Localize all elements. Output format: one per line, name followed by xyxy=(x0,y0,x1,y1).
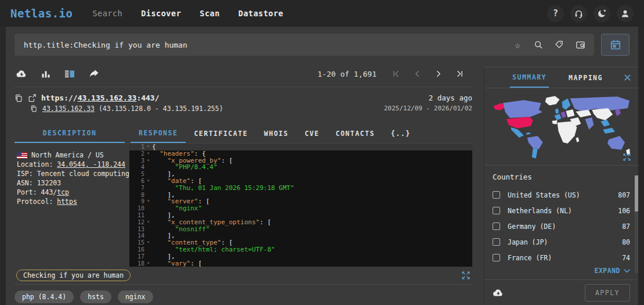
share-icon[interactable] xyxy=(89,69,99,78)
nav-item[interactable]: Datastore xyxy=(238,9,284,18)
code-line: 7 "Thu, 01 Jan 2026 15:29:18 GMT" xyxy=(129,185,472,192)
fold-caret-icon[interactable]: ▾ xyxy=(144,198,152,205)
tag-icon[interactable] xyxy=(549,34,570,56)
fold-caret-icon[interactable]: ▾ xyxy=(144,143,152,150)
fold-caret-icon[interactable] xyxy=(144,212,152,219)
expand-countries-link[interactable]: EXPAND xyxy=(484,265,638,279)
fold-caret-icon[interactable]: ▾ xyxy=(144,219,152,226)
line-number: 10 xyxy=(129,205,144,212)
region-row: North America / US xyxy=(17,150,122,160)
fold-caret-icon[interactable]: ▾ xyxy=(144,260,152,267)
fold-caret-icon[interactable]: ▾ xyxy=(144,178,152,185)
top-nav-bar: Netlas.io SearchDiscoverScanDatastore ? xyxy=(0,0,644,27)
sidebar-tab[interactable]: MAPPING xyxy=(566,67,605,88)
search-row: ☆ xyxy=(6,27,638,61)
download-filters-icon[interactable] xyxy=(493,288,504,297)
account-icon[interactable] xyxy=(617,5,634,22)
report-chart-icon[interactable] xyxy=(41,69,50,78)
result-tab[interactable]: CVE xyxy=(296,124,327,143)
subnet-text: 43.135.162.33 (43.135.128.0 - 43.135.191… xyxy=(42,105,223,113)
fold-caret-icon[interactable] xyxy=(144,226,152,233)
download-results-icon[interactable] xyxy=(16,69,27,78)
scrollbar-thumb[interactable] xyxy=(635,175,638,211)
fold-caret-icon[interactable] xyxy=(144,253,152,260)
next-page-icon[interactable] xyxy=(428,66,449,81)
sidebar-scrollbar[interactable] xyxy=(635,175,638,273)
copy-subnet-icon[interactable] xyxy=(30,105,37,112)
previous-page-icon[interactable] xyxy=(406,66,428,81)
results-toolbar: 1-20 of 1,691 xyxy=(15,61,472,87)
help-icon[interactable]: ? xyxy=(547,5,564,22)
country-filter-row[interactable]: Japan (JP) 80 xyxy=(493,234,630,250)
field-link[interactable]: 34.0544, -118.244 xyxy=(57,160,125,168)
url-ip-link[interactable]: 43.135.162.33 xyxy=(78,94,137,102)
country-filter-row[interactable]: United States (US) 807 xyxy=(493,187,630,203)
fold-caret-icon[interactable] xyxy=(144,171,152,178)
sidebar-tab[interactable]: SUMMARY xyxy=(510,67,549,88)
fold-caret-icon[interactable] xyxy=(144,164,152,171)
fold-caret-icon[interactable]: ▾ xyxy=(144,239,152,246)
result-tab[interactable]: WHOIS xyxy=(256,124,296,143)
result-tab[interactable]: CONTACTS xyxy=(327,124,382,143)
fold-caret-icon[interactable] xyxy=(144,205,152,212)
open-external-icon[interactable] xyxy=(28,94,36,102)
favorite-star-icon[interactable]: ☆ xyxy=(507,34,528,56)
support-headset-icon[interactable] xyxy=(570,5,587,22)
world-map[interactable] xyxy=(490,91,632,163)
country-filter-row[interactable]: France (FR) 74 xyxy=(493,250,630,265)
fold-caret-icon[interactable] xyxy=(144,192,152,199)
nav-item[interactable]: Discover xyxy=(141,9,181,18)
subnet-ip-link[interactable]: 43.135.162.33 xyxy=(42,105,95,113)
search-box[interactable]: ☆ xyxy=(15,34,594,56)
description-row: ISP: Tencent cloud computing xyxy=(17,169,122,178)
line-number: 17 xyxy=(129,253,144,260)
description-row: Port: 443/tcp xyxy=(17,188,122,197)
country-count: 74 xyxy=(622,254,630,262)
country-filter-row[interactable]: Germany (DE) 87 xyxy=(493,218,630,234)
http-title-chip[interactable]: Checking if you are human xyxy=(16,270,131,281)
date-filter-button[interactable] xyxy=(601,34,629,56)
checkbox[interactable] xyxy=(493,238,500,246)
result-url[interactable]: https://43.135.162.33:443/ xyxy=(41,94,160,102)
copy-url-icon[interactable] xyxy=(15,94,23,102)
tech-tag[interactable]: php (8.4.4) xyxy=(15,290,74,303)
field-link[interactable]: tcp xyxy=(57,188,69,196)
field-link[interactable]: https xyxy=(57,198,77,206)
fold-caret-icon[interactable] xyxy=(144,185,152,192)
first-page-icon[interactable] xyxy=(385,66,406,81)
fold-caret-icon[interactable]: ▾ xyxy=(144,157,152,164)
view-layout-icon[interactable] xyxy=(64,69,75,78)
search-icon[interactable] xyxy=(528,34,549,56)
netlas-logo[interactable]: Netlas.io xyxy=(10,7,73,20)
nav-item[interactable]: Search xyxy=(92,9,122,18)
checkbox[interactable] xyxy=(493,254,500,261)
nav-icon-group: ? xyxy=(547,5,634,22)
result-tab[interactable]: CERTIFICATE xyxy=(186,124,256,143)
fold-caret-icon[interactable] xyxy=(144,232,152,239)
apply-button[interactable]: APPLY xyxy=(585,284,630,302)
result-tab[interactable]: RESPONSE xyxy=(131,124,186,143)
image-search-icon[interactable] xyxy=(570,34,591,56)
country-label: Japan (JP) xyxy=(508,238,548,246)
checkbox[interactable] xyxy=(493,191,500,199)
line-number: 7 xyxy=(129,185,144,192)
checkbox[interactable] xyxy=(493,223,500,230)
checkbox[interactable] xyxy=(493,207,500,214)
dark-theme-icon[interactable] xyxy=(594,5,610,22)
result-tab[interactable]: {..} xyxy=(383,124,419,143)
tech-tag[interactable]: hsts xyxy=(80,290,111,303)
last-page-icon[interactable] xyxy=(449,66,471,81)
response-code-viewer[interactable]: 1 ▾ { 2 ▾ "headers": { 3 ▾ "x_powered_by… xyxy=(129,143,472,267)
nav-item[interactable]: Scan xyxy=(200,9,220,18)
tab-description[interactable]: DESCRIPTION xyxy=(15,124,125,143)
fold-caret-icon[interactable]: ▾ xyxy=(144,150,152,157)
line-number: 4 xyxy=(129,164,144,171)
search-input[interactable] xyxy=(23,40,507,50)
expand-map-icon[interactable] xyxy=(623,153,631,162)
line-number: 6 xyxy=(129,178,144,185)
close-icon[interactable] xyxy=(624,74,631,81)
tech-tag[interactable]: nginx xyxy=(118,290,153,303)
country-filter-row[interactable]: Netherlands (NL) 106 xyxy=(493,203,630,218)
expand-response-icon[interactable] xyxy=(461,271,471,280)
fold-caret-icon[interactable] xyxy=(144,246,152,253)
